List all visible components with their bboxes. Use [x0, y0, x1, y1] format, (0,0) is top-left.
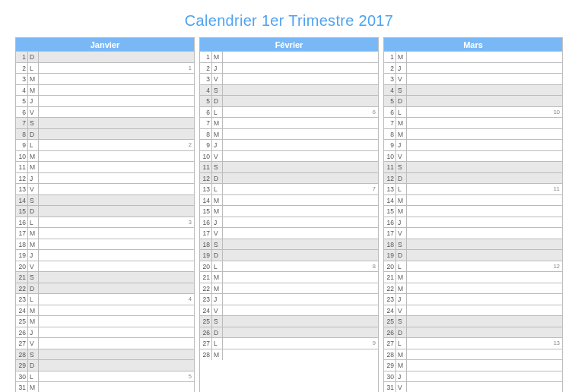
day-number: 3	[200, 74, 212, 84]
day-number: 20	[200, 261, 212, 272]
day-weekday: M	[396, 283, 407, 294]
day-note	[407, 63, 562, 74]
day-note	[223, 140, 378, 150]
day-row: 14M	[384, 195, 562, 207]
day-number: 22	[200, 283, 212, 294]
day-row: 18S	[200, 239, 378, 251]
day-note	[39, 52, 194, 62]
day-row: 13V	[16, 184, 194, 195]
day-number: 23	[200, 294, 212, 305]
day-number: 1	[384, 52, 396, 62]
day-note	[223, 250, 378, 261]
day-note	[39, 206, 194, 217]
day-note	[39, 107, 194, 118]
day-number: 6	[384, 107, 396, 118]
day-note	[223, 96, 378, 106]
day-number: 10	[200, 151, 212, 162]
day-weekday: J	[28, 327, 39, 338]
day-note	[39, 360, 194, 371]
day-row: 30J	[384, 371, 562, 383]
day-row: 13L7	[200, 184, 378, 195]
day-row: 31V	[384, 382, 562, 392]
day-number: 16	[16, 217, 28, 228]
day-weekday: S	[28, 195, 39, 206]
day-number: 2	[384, 63, 396, 74]
day-row: 29D	[16, 360, 194, 371]
day-weekday: M	[396, 272, 407, 283]
day-number: 14	[200, 195, 212, 206]
day-row: 18S	[384, 239, 562, 251]
day-note: 9	[223, 338, 378, 349]
day-note	[407, 195, 562, 206]
day-number: 7	[16, 118, 28, 128]
day-number: 21	[384, 272, 396, 283]
day-weekday: L	[212, 261, 223, 272]
day-number: 27	[200, 338, 212, 349]
day-note	[223, 52, 378, 62]
day-note	[407, 349, 562, 360]
day-row: 7M	[384, 118, 562, 129]
day-number: 4	[384, 85, 396, 96]
day-row: 3V	[200, 74, 378, 85]
day-weekday: M	[28, 162, 39, 172]
month-header: Mars	[384, 38, 562, 52]
day-number: 6	[16, 107, 28, 118]
day-number: 3	[384, 74, 396, 84]
day-note: 4	[39, 294, 194, 305]
day-row: 1M	[384, 52, 562, 63]
day-row: 11S	[200, 162, 378, 173]
day-row: 28M	[384, 349, 562, 361]
day-number: 24	[200, 305, 212, 316]
day-row: 20L8	[200, 261, 378, 273]
day-row: 27V	[16, 338, 194, 349]
day-row: 24V	[384, 305, 562, 317]
day-number: 15	[16, 206, 28, 217]
day-number: 17	[200, 228, 212, 239]
day-weekday: V	[396, 228, 407, 239]
day-note	[39, 228, 194, 239]
day-weekday: V	[396, 382, 407, 392]
day-number: 9	[16, 140, 28, 150]
day-note	[407, 173, 562, 184]
day-weekday: S	[396, 162, 407, 172]
day-row: 5D	[384, 96, 562, 107]
day-note: 7	[223, 184, 378, 194]
day-weekday: J	[396, 371, 407, 382]
day-row: 17V	[200, 228, 378, 239]
day-number: 13	[16, 184, 28, 194]
day-note	[39, 316, 194, 327]
day-note: 13	[407, 338, 562, 349]
day-note: 5	[39, 371, 194, 382]
day-weekday: S	[28, 272, 39, 283]
day-number: 8	[200, 129, 212, 140]
day-number: 26	[384, 327, 396, 338]
day-row: 7M	[200, 118, 378, 129]
day-weekday: L	[212, 107, 223, 118]
day-number: 18	[200, 239, 212, 250]
day-row: 11M	[16, 162, 194, 173]
day-weekday: V	[212, 151, 223, 162]
day-number: 27	[384, 338, 396, 349]
day-note	[39, 162, 194, 172]
day-weekday: L	[28, 63, 39, 74]
day-note	[39, 239, 194, 250]
day-note	[223, 129, 378, 140]
day-note	[39, 118, 194, 128]
day-number: 25	[384, 316, 396, 327]
day-row: 6L10	[384, 107, 562, 119]
day-weekday: V	[396, 74, 407, 84]
day-row: 29M	[384, 360, 562, 371]
day-row: 16J	[384, 217, 562, 229]
day-row: 12J	[16, 173, 194, 185]
day-number: 12	[200, 173, 212, 184]
day-weekday: D	[396, 327, 407, 338]
day-number: 31	[384, 382, 396, 392]
day-weekday: M	[28, 316, 39, 327]
day-weekday: M	[28, 74, 39, 84]
day-note	[39, 96, 194, 106]
day-row: 10M	[16, 151, 194, 163]
day-weekday: D	[28, 360, 39, 371]
day-weekday: M	[212, 195, 223, 206]
day-weekday: M	[28, 382, 39, 392]
day-number: 8	[384, 129, 396, 140]
